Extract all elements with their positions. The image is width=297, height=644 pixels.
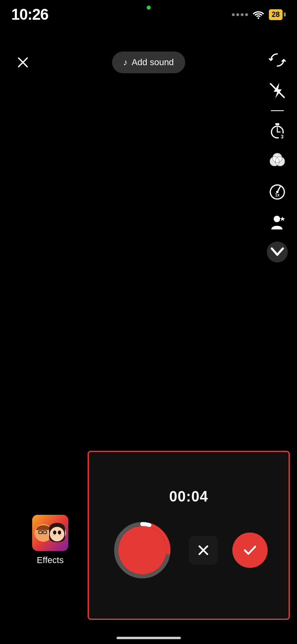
checkmark-icon [242, 542, 258, 559]
battery-level: 28 [272, 10, 280, 19]
ai-effect-button[interactable] [266, 211, 289, 234]
timer-button[interactable]: 3 [266, 119, 289, 142]
recording-controls [110, 518, 268, 582]
signal-dots [232, 13, 248, 16]
music-note-icon: ♪ [123, 57, 127, 68]
status-bar: 10:26 28 [0, 0, 297, 24]
svg-point-27 [50, 527, 64, 541]
svg-point-29 [58, 530, 61, 535]
delete-icon [196, 543, 211, 557]
battery-badge: 28 [269, 9, 283, 20]
svg-point-31 [59, 535, 62, 537]
record-btn-inner[interactable] [118, 526, 166, 574]
close-button[interactable] [13, 52, 33, 72]
record-button[interactable] [110, 518, 174, 582]
svg-point-20 [274, 216, 280, 222]
add-sound-label: Add sound [131, 57, 174, 68]
add-sound-button[interactable]: ♪ Add sound [112, 52, 185, 73]
flash-button[interactable] [266, 79, 289, 102]
svg-point-30 [52, 535, 55, 537]
recording-timer: 00:04 [169, 488, 208, 505]
svg-rect-4 [275, 123, 279, 125]
signal-dot-2 [236, 13, 239, 16]
status-right: 28 [232, 9, 286, 20]
filters-button[interactable] [266, 150, 289, 173]
signal-dot-3 [241, 13, 244, 16]
more-options-button[interactable] [267, 242, 288, 262]
svg-text:3: 3 [281, 134, 284, 140]
speed-button[interactable]: 1x [266, 180, 289, 204]
wifi-icon [252, 10, 265, 19]
confirm-recording-button[interactable] [232, 533, 268, 568]
delete-recording-button[interactable] [189, 536, 218, 565]
flip-camera-button[interactable] [266, 48, 289, 72]
recording-area: 00:04 [88, 451, 290, 620]
home-indicator [117, 637, 181, 639]
effects-item[interactable]: Effects [32, 515, 68, 566]
status-time: 10:26 [11, 6, 48, 23]
svg-point-28 [53, 530, 56, 535]
battery-container: 28 [269, 9, 286, 20]
signal-dot-1 [232, 13, 235, 16]
right-toolbar: 3 1x [266, 48, 289, 262]
toolbar-separator [271, 110, 284, 111]
effects-thumbnail [32, 515, 68, 551]
battery-tip [284, 12, 286, 17]
effects-label: Effects [37, 555, 64, 566]
svg-text:1x: 1x [275, 193, 280, 197]
signal-dot-4 [245, 13, 248, 16]
